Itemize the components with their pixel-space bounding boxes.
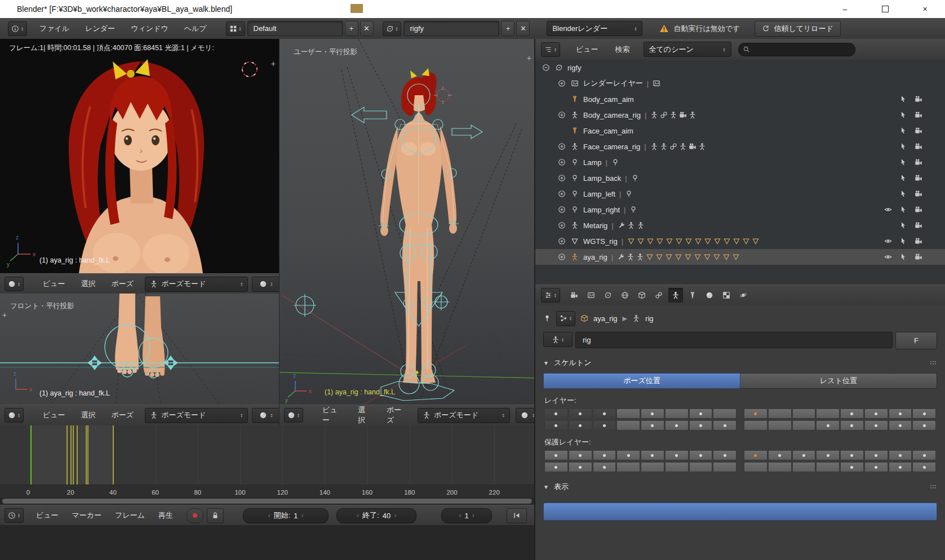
outliner-row-3[interactable]: Body_camera_rig| — [535, 107, 945, 123]
camera-toggle-icon[interactable] — [915, 111, 922, 119]
camera-toggle-icon[interactable] — [915, 253, 922, 261]
minimize-button[interactable]: – — [825, 0, 865, 18]
layer-toggle[interactable] — [768, 420, 792, 430]
layer-toggle[interactable] — [889, 462, 912, 472]
expand-toggle[interactable] — [539, 64, 553, 72]
layer-toggle[interactable] — [912, 450, 936, 460]
layer-toggle[interactable] — [889, 450, 912, 460]
layer-toggle[interactable] — [912, 420, 936, 430]
editor-type-selector[interactable] — [284, 408, 303, 423]
layer-toggle[interactable] — [616, 420, 640, 430]
skeleton-panel-header[interactable]: ▼ スケルトン — [535, 355, 945, 371]
expand-icon[interactable] — [558, 253, 566, 261]
layer-toggle[interactable] — [665, 408, 689, 419]
pin-icon[interactable] — [543, 314, 551, 322]
maximize-button[interactable] — [865, 0, 905, 18]
region-expand-icon[interactable]: + — [2, 310, 7, 319]
breadcrumb-object[interactable]: aya_rig — [593, 314, 618, 323]
decrement-arrow-icon[interactable]: ‹ — [357, 512, 359, 519]
reload-trusted-button[interactable]: 信頼してリロード — [755, 21, 841, 37]
screen-layout-field[interactable]: Default — [247, 21, 343, 36]
lock-button[interactable] — [207, 508, 224, 523]
display-panel-button[interactable] — [543, 503, 937, 521]
menu-pose[interactable]: ポーズ — [387, 405, 406, 425]
increment-arrow-icon[interactable]: › — [301, 512, 304, 519]
layer-toggle[interactable] — [641, 420, 664, 430]
display-panel-header[interactable]: ▼ 表示 — [535, 479, 945, 495]
properties-tab-data[interactable] — [668, 288, 683, 303]
layer-toggle[interactable] — [689, 450, 713, 460]
layer-toggle[interactable] — [816, 408, 840, 419]
camera-toggle-icon[interactable] — [915, 221, 922, 229]
layer-toggle[interactable] — [889, 420, 912, 430]
expand-icon[interactable] — [558, 174, 566, 182]
menu-select[interactable]: 選択 — [81, 279, 96, 289]
menu-view[interactable]: ビュー — [43, 279, 65, 289]
cursor-toggle-icon[interactable] — [899, 237, 907, 245]
layer-toggle[interactable] — [816, 420, 840, 430]
cursor-toggle-icon[interactable] — [899, 253, 907, 261]
editor-type-selector[interactable] — [541, 42, 560, 57]
outliner-row-9[interactable]: Lamp_right| — [535, 202, 945, 217]
timeline-editor[interactable]: 020406080100120140160180200220 — [0, 425, 534, 505]
camera-toggle-icon[interactable] — [915, 237, 922, 245]
start-frame-field[interactable]: ‹ 開始:1 › — [243, 508, 329, 523]
layer-toggle[interactable] — [569, 420, 592, 430]
increment-arrow-icon[interactable]: › — [394, 512, 396, 519]
menu-window[interactable]: ウィンドウ — [131, 24, 168, 34]
layer-toggle[interactable] — [641, 462, 664, 472]
cursor-toggle-icon[interactable] — [899, 206, 907, 214]
properties-tab-object[interactable] — [635, 288, 649, 303]
jump-to-start-button[interactable] — [507, 508, 527, 523]
layer-toggle[interactable] — [889, 408, 912, 419]
layer-toggle[interactable] — [792, 408, 816, 419]
cursor-toggle-icon[interactable] — [899, 95, 907, 103]
timeline-ruler[interactable]: 020406080100120140160180200220 — [0, 485, 534, 497]
outliner-row-2[interactable]: Body_cam_aim — [535, 91, 945, 107]
cursor-toggle-icon[interactable] — [899, 221, 907, 229]
editor-type-selector[interactable] — [5, 277, 24, 291]
layer-toggle[interactable] — [744, 420, 767, 430]
expand-toggle[interactable] — [554, 158, 569, 166]
autokey-record-button[interactable] — [187, 508, 203, 523]
expand-icon[interactable] — [558, 206, 566, 214]
layer-toggle[interactable] — [840, 450, 864, 460]
panel-drag-dots-icon[interactable] — [930, 361, 937, 365]
layer-toggle[interactable] — [616, 462, 640, 472]
menu-render[interactable]: レンダー — [85, 24, 115, 34]
menu-pose[interactable]: ポーズ — [112, 279, 134, 289]
fake-user-button[interactable]: F — [895, 332, 937, 349]
outliner-row-1[interactable]: レンダーレイヤー| — [535, 75, 945, 91]
properties-tab-constraints[interactable] — [651, 288, 666, 303]
info-editor-selector[interactable] — [8, 21, 27, 36]
expand-icon[interactable] — [558, 221, 566, 229]
cursor-toggle-icon[interactable] — [899, 111, 907, 119]
mode-dropdown[interactable]: ポーズモード — [145, 408, 248, 423]
camera-toggle-icon[interactable] — [915, 127, 922, 135]
menu-marker[interactable]: マーカー — [72, 510, 102, 521]
current-frame-line[interactable] — [30, 425, 32, 485]
context-selector[interactable] — [556, 311, 575, 326]
region-expand-icon[interactable]: + — [271, 59, 276, 68]
layer-toggle[interactable] — [593, 450, 616, 460]
layer-toggle[interactable] — [689, 462, 713, 472]
layer-toggle[interactable] — [864, 420, 888, 430]
cursor-toggle-icon[interactable] — [899, 190, 907, 198]
delete-scene-button[interactable]: ✕ — [516, 21, 530, 36]
properties-tab-render[interactable] — [567, 288, 582, 303]
layer-toggle[interactable] — [593, 408, 616, 419]
scrollbar-thumb[interactable] — [2, 499, 532, 504]
camera-toggle-icon[interactable] — [915, 158, 922, 166]
eye-toggle-icon[interactable] — [884, 206, 892, 214]
layer-toggle[interactable] — [864, 408, 888, 419]
menu-view[interactable]: ビュー — [322, 405, 342, 425]
expand-toggle[interactable] — [554, 143, 569, 150]
outliner-row-12[interactable]: aya_rig| — [535, 249, 945, 265]
collapse-icon[interactable] — [542, 64, 550, 72]
region-expand-icon[interactable]: + — [527, 54, 531, 63]
layer-toggle[interactable] — [616, 408, 640, 419]
expand-toggle[interactable] — [554, 79, 569, 87]
add-scene-button[interactable]: + — [501, 21, 514, 36]
camera-toggle-icon[interactable] — [915, 95, 922, 103]
editor-type-selector[interactable] — [5, 508, 24, 523]
